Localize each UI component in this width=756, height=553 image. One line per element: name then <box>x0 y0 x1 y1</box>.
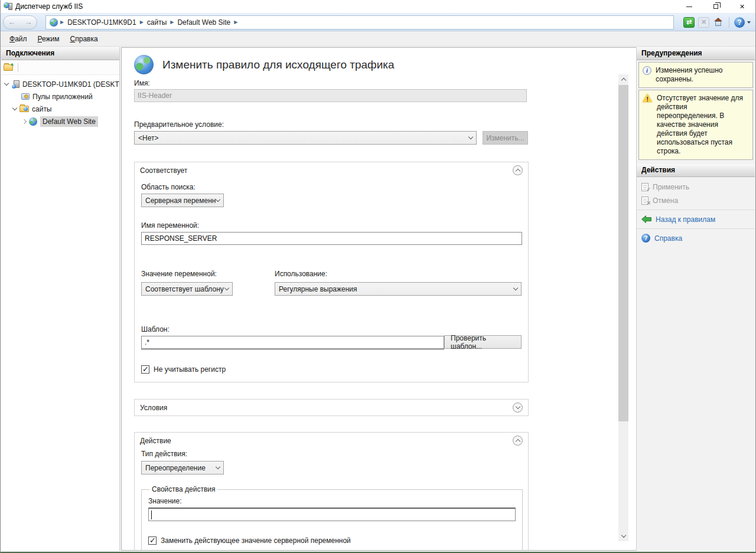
tree-node-app-pools[interactable]: Пулы приложений <box>1 90 119 103</box>
action-type-value: Переопределение <box>145 464 206 472</box>
breadcrumb-sites[interactable]: сайты <box>147 18 167 27</box>
name-label: Имя: <box>134 79 529 87</box>
chevron-down-icon <box>216 197 220 202</box>
page-globe-icon <box>134 55 154 74</box>
forward-nav-button[interactable]: → <box>25 18 32 26</box>
menu-file[interactable]: Файл <box>4 33 32 45</box>
address-toolbar: ← → ▶ DESKTOP-U1MK9D1 ▶ сайты ▶ Default … <box>1 13 755 31</box>
scrollbar-thumb[interactable] <box>618 85 628 421</box>
back-to-rules-action[interactable]: Назад к правилам <box>637 212 755 226</box>
address-bar[interactable]: ▶ DESKTOP-U1MK9D1 ▶ сайты ▶ Default Web … <box>45 15 674 30</box>
variable-value-label: Значение переменной: <box>141 270 275 278</box>
precondition-select[interactable]: <Нет> <box>134 131 477 145</box>
iis-manager-window: Диспетчер служб IIS × ← → ▶ DESKTOP-U1MK… <box>0 0 756 553</box>
conditions-section-header[interactable]: Условия <box>135 400 528 415</box>
chevron-down-icon <box>468 135 473 139</box>
tree-node-sites[interactable]: сайты <box>1 103 119 115</box>
precondition-value: <Нет> <box>138 134 158 142</box>
replace-value-label: Заменить действующее значение серверной … <box>161 536 351 545</box>
help-dropdown-icon[interactable] <box>747 21 751 24</box>
breadcrumb-separator: ▶ <box>234 19 237 25</box>
stop-icon: ✕ <box>698 17 709 28</box>
chevron-down-icon <box>513 286 518 290</box>
close-icon: × <box>739 2 744 11</box>
scope-value: Серверная переменн <box>145 197 216 205</box>
expand-icon[interactable] <box>513 403 523 413</box>
actions-separator <box>637 210 755 210</box>
change-button: Изменить... <box>483 131 528 145</box>
tree-node-label-selected[interactable]: Default Web Site <box>40 116 98 127</box>
tree-node-default-web-site[interactable]: Default Web Site <box>1 115 119 127</box>
help-icon: ? <box>641 234 650 243</box>
restart-icon[interactable]: ⇄ <box>683 17 695 28</box>
action-properties-legend: Свойства действия <box>149 485 217 493</box>
using-select[interactable]: Регулярные выражения <box>275 282 522 296</box>
minimize-button[interactable] <box>676 0 702 13</box>
close-button[interactable]: × <box>729 0 755 13</box>
variable-value-select[interactable]: Соответствует шаблону <box>141 282 233 296</box>
breadcrumb-website[interactable]: Default Web Site <box>177 18 230 27</box>
save-connection-icon[interactable] <box>4 64 13 71</box>
chevron-right-icon[interactable] <box>22 119 27 123</box>
back-nav-button[interactable]: ← <box>8 18 16 26</box>
ignore-case-label: Не учитывать регистр <box>154 365 226 374</box>
action-type-select[interactable]: Переопределение <box>141 461 224 475</box>
alert-saved: i Изменения успешно сохранены. <box>638 62 753 88</box>
tree-node-label[interactable]: DESKTOP-U1MK9D1 (DESKTOP <box>22 80 119 89</box>
tree-node-label[interactable]: Пулы приложений <box>32 93 93 101</box>
scroll-down-icon[interactable] <box>618 531 628 541</box>
sites-folder-icon <box>19 106 29 112</box>
cancel-action: ✕ Отмена <box>637 194 755 207</box>
home-icon[interactable] <box>713 17 724 28</box>
help-icon[interactable]: ? <box>734 17 745 28</box>
menu-bar: Файл Режим Справка <box>1 31 755 47</box>
help-action[interactable]: ? Справка <box>637 231 755 245</box>
pattern-input[interactable]: .* <box>141 336 444 349</box>
scroll-up-icon[interactable] <box>618 74 628 84</box>
back-arrow-icon <box>641 215 651 223</box>
apply-icon: ✓ <box>641 183 649 191</box>
breadcrumb-separator: ▶ <box>140 19 144 25</box>
chevron-down-icon[interactable] <box>4 81 9 86</box>
scope-select[interactable]: Серверная переменн <box>141 194 224 207</box>
match-section-header[interactable]: Соответствует <box>135 162 528 178</box>
connections-toolbar <box>1 60 119 75</box>
edit-outbound-rule-panel: Изменить правило для исходящего трафика … <box>121 47 637 551</box>
breadcrumb-server[interactable]: DESKTOP-U1MK9D1 <box>67 18 136 27</box>
info-icon: i <box>643 66 651 75</box>
precondition-label: Предварительное условие: <box>134 120 529 129</box>
menu-view[interactable]: Режим <box>32 33 65 45</box>
restore-icon <box>713 4 718 9</box>
title-bar: Диспетчер служб IIS × <box>1 0 755 13</box>
using-value: Регулярные выражения <box>279 285 357 293</box>
tree-node-server[interactable]: DESKTOP-U1MK9D1 (DESKTOP <box>1 78 119 90</box>
alert-text: Изменения успешно сохранены. <box>656 66 749 84</box>
action-properties-group: Свойства действия Значение: Заменить дей… <box>141 485 523 551</box>
window-title: Диспетчер служб IIS <box>15 2 83 11</box>
pattern-label: Шаблон: <box>141 325 522 333</box>
menu-help[interactable]: Справка <box>65 33 103 45</box>
warning-icon: ! <box>643 94 653 103</box>
collapse-icon[interactable] <box>513 436 523 446</box>
ignore-case-checkbox[interactable] <box>141 365 149 374</box>
cancel-label: Отмена <box>653 197 678 205</box>
collapse-icon[interactable] <box>513 165 523 175</box>
back-to-rules-label[interactable]: Назад к правилам <box>656 215 715 224</box>
alerts-header: Предупреждения <box>637 47 755 60</box>
vertical-scrollbar[interactable] <box>618 74 628 541</box>
chevron-down-icon[interactable] <box>12 106 17 110</box>
variable-name-label: Имя переменной: <box>141 221 522 230</box>
replace-value-checkbox[interactable] <box>148 536 157 545</box>
variable-name-input[interactable]: RESPONSE_SERVER <box>141 232 522 245</box>
connections-tree: DESKTOP-U1MK9D1 (DESKTOP Пулы приложений… <box>1 75 119 127</box>
restore-button[interactable] <box>702 0 729 13</box>
tree-node-label[interactable]: сайты <box>32 105 52 113</box>
test-pattern-button[interactable]: Проверить шаблон... <box>444 335 522 349</box>
connections-header: Подключения <box>1 47 119 60</box>
value-input[interactable] <box>148 508 516 521</box>
help-label[interactable]: Справка <box>654 234 682 243</box>
action-section-header[interactable]: Действие <box>135 433 528 449</box>
actions-separator <box>637 228 755 229</box>
page-header: Изменить правило для исходящего трафика <box>134 55 529 74</box>
toolbar-separator <box>18 63 18 72</box>
